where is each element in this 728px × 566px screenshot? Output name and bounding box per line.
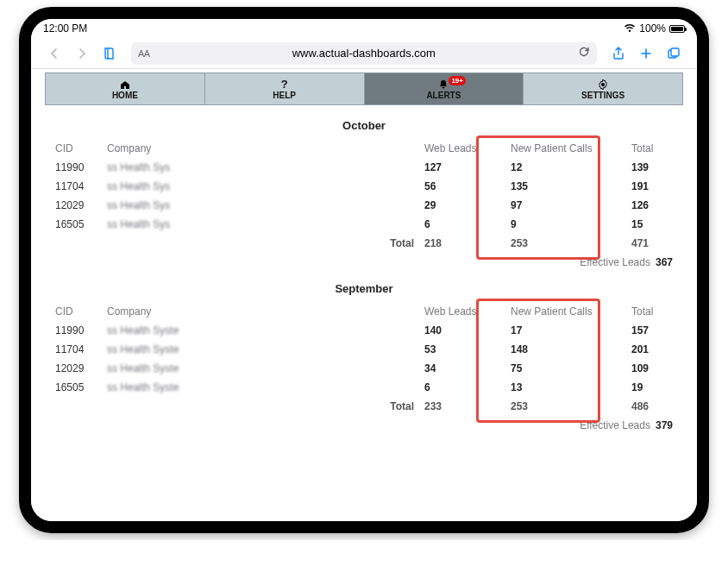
- september-table: CID Company Web Leads New Patient Calls …: [50, 302, 678, 416]
- tablet-frame: 12:00 PM 100% AA www.actual-dashboards.c…: [19, 7, 709, 533]
- table-header-row: CID Company Web Leads New Patient Calls …: [50, 302, 678, 321]
- col-cid: CID: [50, 302, 102, 321]
- effective-leads-sep: Effective Leads379: [50, 416, 678, 435]
- table-total-row: Total218253471: [50, 234, 678, 253]
- report-content: October CID Company Web Leads New Patien…: [45, 105, 683, 443]
- tabs-button[interactable]: [662, 42, 685, 65]
- table-row: 16505ss Health Sys6915: [50, 215, 678, 234]
- month-heading-sep: September: [50, 282, 678, 295]
- ios-status-bar: 12:00 PM 100%: [31, 19, 697, 38]
- svg-rect-1: [671, 48, 679, 56]
- home-icon: [119, 79, 131, 91]
- address-bar[interactable]: AA www.actual-dashboards.com: [131, 42, 597, 65]
- col-company: Company: [102, 302, 419, 321]
- gear-icon: [598, 79, 608, 91]
- col-company: Company: [102, 139, 419, 158]
- app-nav: HOME ? HELP 19+ ALERTS SETTINGS: [45, 72, 683, 105]
- tab-label: HELP: [273, 91, 296, 100]
- table-row: 12029ss Health Syste3475109: [50, 359, 678, 378]
- url-text: www.actual-dashboards.com: [157, 47, 571, 60]
- october-table: CID Company Web Leads New Patient Calls …: [50, 139, 678, 253]
- battery-icon: [669, 25, 685, 33]
- september-block: CID Company Web Leads New Patient Calls …: [50, 302, 678, 435]
- table-row: 16505ss Health Syste61319: [50, 378, 678, 397]
- col-total: Total: [626, 139, 678, 158]
- col-new-calls: New Patient Calls: [505, 302, 626, 321]
- month-heading-oct: October: [50, 119, 678, 132]
- col-web-leads: Web Leads: [419, 302, 505, 321]
- table-row: 11990ss Health Syste14017157: [50, 321, 678, 340]
- table-row: 11990ss Health Sys12712139: [50, 158, 678, 177]
- help-icon: ?: [281, 79, 288, 91]
- col-web-leads: Web Leads: [419, 139, 505, 158]
- col-cid: CID: [50, 139, 102, 158]
- text-size-button[interactable]: AA: [138, 48, 150, 59]
- tab-label: SETTINGS: [581, 91, 624, 100]
- col-total: Total: [626, 302, 678, 321]
- svg-point-2: [601, 83, 605, 86]
- share-button[interactable]: [607, 42, 630, 65]
- status-time: 12:00 PM: [43, 22, 87, 35]
- tab-label: HOME: [112, 91, 138, 100]
- table-header-row: CID Company Web Leads New Patient Calls …: [50, 139, 678, 158]
- effective-leads-oct: Effective Leads367: [50, 253, 678, 272]
- back-button[interactable]: [43, 42, 66, 65]
- battery-pct: 100%: [639, 22, 666, 35]
- october-block: CID Company Web Leads New Patient Calls …: [50, 139, 678, 272]
- bell-icon: [438, 79, 449, 91]
- table-total-row: Total233253486: [50, 397, 678, 416]
- refresh-button[interactable]: [578, 46, 590, 60]
- table-row: 11704ss Health Syste53148201: [50, 340, 678, 359]
- tab-settings[interactable]: SETTINGS: [524, 73, 682, 104]
- new-tab-button[interactable]: [635, 42, 657, 65]
- forward-button[interactable]: [71, 42, 93, 65]
- browser-toolbar: AA www.actual-dashboards.com: [31, 38, 697, 69]
- tab-home[interactable]: HOME: [46, 73, 205, 104]
- wifi-icon: [624, 24, 636, 33]
- tab-label: ALERTS: [426, 91, 461, 100]
- col-new-calls: New Patient Calls: [505, 139, 626, 158]
- tab-help[interactable]: ? HELP: [205, 73, 365, 104]
- page-body: HOME ? HELP 19+ ALERTS SETTINGS October: [31, 69, 697, 521]
- table-row: 12029ss Health Sys2997126: [50, 196, 678, 215]
- tab-alerts[interactable]: 19+ ALERTS: [365, 73, 524, 104]
- alerts-badge: 19+: [449, 76, 466, 85]
- bookmarks-button[interactable]: [98, 42, 121, 65]
- table-row: 11704ss Health Sys56135191: [50, 177, 678, 196]
